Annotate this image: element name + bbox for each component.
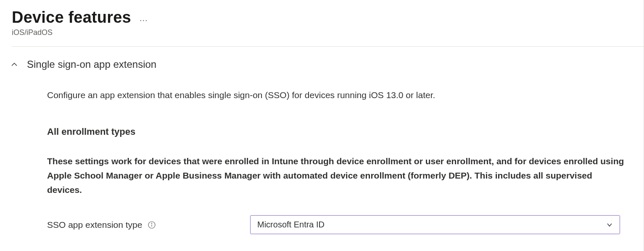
- page-header: Device features ··· iOS/iPadOS: [0, 0, 644, 42]
- info-icon[interactable]: [148, 221, 156, 229]
- sso-type-dropdown[interactable]: Microsoft Entra ID: [250, 215, 620, 234]
- sso-type-field: SSO app extension type Microsoft Entra I…: [47, 215, 632, 234]
- subsection-heading: All enrollment types: [47, 126, 632, 137]
- section-description: Configure an app extension that enables …: [47, 89, 632, 101]
- svg-point-2: [152, 223, 152, 223]
- section-toggle[interactable]: Single sign-on app extension: [10, 59, 632, 70]
- page-title: Device features: [12, 8, 131, 27]
- section-title: Single sign-on app extension: [27, 59, 156, 70]
- title-row: Device features ···: [12, 8, 632, 27]
- dropdown-control[interactable]: Microsoft Entra ID: [250, 215, 620, 234]
- chevron-up-icon: [10, 60, 18, 69]
- subsection-text: These settings work for devices that wer…: [47, 154, 627, 197]
- chevron-down-icon: [606, 222, 613, 228]
- page-subtitle: iOS/iPadOS: [12, 28, 632, 37]
- more-actions-icon[interactable]: ···: [140, 11, 148, 24]
- field-label: SSO app extension type: [47, 220, 142, 230]
- sso-section: Single sign-on app extension Configure a…: [0, 47, 644, 234]
- dropdown-selected: Microsoft Entra ID: [257, 220, 325, 230]
